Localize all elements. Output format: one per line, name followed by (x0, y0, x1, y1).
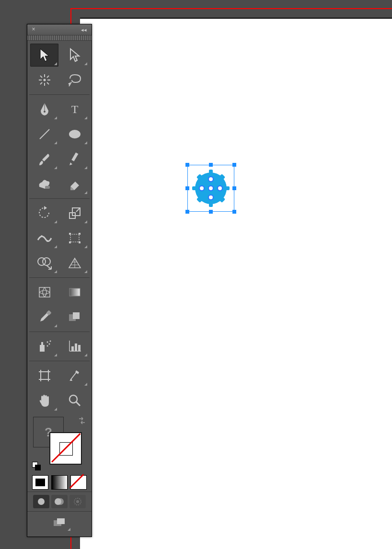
draw-behind[interactable] (51, 495, 68, 508)
svg-rect-58 (75, 343, 77, 351)
svg-line-19 (47, 82, 49, 84)
free-transform-tool[interactable] (60, 227, 89, 250)
svg-point-27 (69, 130, 81, 138)
color-mode-gradient[interactable] (51, 475, 68, 490)
resize-handle-top-right[interactable] (232, 163, 236, 167)
screen-mode-icon (52, 517, 67, 529)
eraser-tool[interactable] (60, 172, 89, 195)
blend-tool[interactable] (60, 306, 89, 329)
panel-collapse-icon[interactable]: ◂◂ (81, 26, 89, 33)
resize-handle-right[interactable] (232, 186, 236, 190)
gradient-icon (68, 286, 82, 298)
resize-handle-bottom-left[interactable] (185, 210, 189, 214)
paintbrush-tool[interactable] (30, 148, 58, 171)
selection-bounding-box (187, 165, 234, 212)
svg-rect-34 (70, 234, 79, 242)
resize-handle-left[interactable] (185, 186, 189, 190)
shape-builder-icon (37, 256, 52, 270)
svg-line-20 (40, 82, 42, 84)
svg-line-21 (47, 76, 49, 78)
hand-tool[interactable] (30, 389, 58, 412)
draw-normal[interactable] (33, 495, 49, 508)
perspective-grid-tool[interactable] (60, 252, 89, 274)
mesh-tool[interactable] (30, 281, 58, 304)
svg-rect-49 (40, 345, 45, 352)
svg-rect-57 (71, 346, 74, 351)
gradient-tool[interactable] (60, 281, 89, 304)
column-graph-tool[interactable] (60, 335, 89, 358)
paintbrush-icon (37, 152, 52, 166)
scale-tool[interactable] (60, 202, 89, 225)
svg-text:T: T (71, 103, 78, 115)
eyedropper-tool[interactable] (30, 306, 58, 329)
ellipse-icon (68, 128, 82, 140)
panel-titlebar[interactable]: × ◂◂ (27, 24, 92, 35)
pen-tool[interactable] (30, 98, 58, 121)
draw-normal-icon (36, 497, 46, 506)
swap-fill-stroke-icon[interactable] (77, 416, 87, 425)
type-icon: T (68, 103, 81, 116)
svg-point-71 (38, 498, 45, 505)
hand-icon (37, 393, 52, 408)
free-transform-icon (68, 231, 82, 245)
stroke-swatch[interactable] (49, 432, 82, 465)
type-tool[interactable]: T (60, 98, 89, 121)
svg-point-54 (49, 341, 51, 342)
rotate-icon (37, 206, 52, 220)
color-mode-none[interactable] (70, 475, 87, 490)
eraser-icon (68, 178, 82, 190)
color-mode-solid[interactable] (32, 475, 48, 490)
eyedropper-icon (37, 310, 52, 324)
panel-grip[interactable] (27, 35, 92, 41)
column-graph-icon (68, 340, 82, 353)
shape-builder-tool[interactable] (30, 252, 58, 274)
resize-handle-bottom-right[interactable] (232, 210, 236, 214)
pencil-tool[interactable] (60, 148, 89, 171)
draw-inside-icon (72, 497, 83, 506)
symbol-sprayer-icon (37, 339, 52, 354)
fill-stroke-controls: ? (27, 413, 92, 473)
svg-rect-35 (69, 233, 71, 235)
slice-icon (68, 368, 82, 383)
svg-rect-50 (41, 342, 43, 345)
screen-mode-row (27, 511, 92, 537)
direct-selection-arrow-icon (69, 48, 81, 62)
symbol-sprayer-tool[interactable] (30, 335, 58, 358)
blob-brush-tool[interactable] (30, 172, 58, 195)
panel-close-icon[interactable]: × (30, 26, 37, 33)
resize-handle-bottom[interactable] (209, 210, 213, 214)
svg-point-52 (48, 343, 50, 345)
selection-arrow-icon (38, 48, 51, 62)
rotate-tool[interactable] (30, 202, 58, 225)
selection-tool[interactable] (30, 44, 58, 67)
color-mode-row (27, 473, 92, 492)
ellipse-tool[interactable] (60, 123, 89, 146)
resize-handle-top[interactable] (209, 163, 213, 167)
zoom-tool[interactable] (60, 389, 89, 412)
pen-icon (38, 102, 51, 116)
blob-brush-icon (37, 177, 52, 191)
magic-wand-icon (37, 73, 52, 87)
artboard[interactable] (80, 18, 392, 549)
svg-rect-48 (73, 312, 80, 319)
svg-point-51 (46, 342, 48, 343)
change-screen-mode[interactable] (50, 516, 69, 530)
svg-rect-45 (69, 288, 80, 296)
artboard-tool[interactable] (30, 364, 58, 387)
svg-point-22 (43, 79, 46, 81)
magic-wand-tool[interactable] (30, 69, 58, 92)
resize-handle-top-left[interactable] (185, 163, 189, 167)
direct-selection-tool[interactable] (60, 44, 89, 67)
svg-point-73 (55, 498, 61, 505)
svg-rect-36 (79, 233, 81, 235)
stroke-swatch-inner (59, 442, 73, 456)
draw-inside (69, 495, 86, 508)
width-tool[interactable] (30, 227, 58, 250)
line-segment-tool[interactable] (30, 123, 58, 146)
selected-object[interactable] (187, 165, 234, 212)
default-fill-stroke-icon[interactable] (32, 462, 41, 470)
width-icon (37, 231, 52, 245)
slice-tool[interactable] (60, 364, 89, 387)
lasso-tool[interactable] (60, 69, 89, 92)
svg-rect-37 (69, 241, 71, 243)
